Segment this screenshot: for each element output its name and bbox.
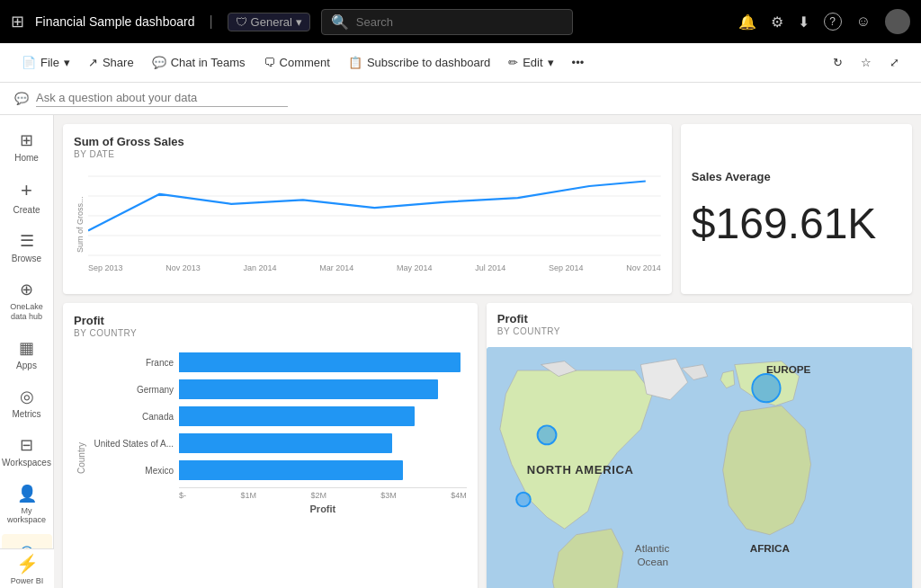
chevron-down-icon: ▾ [296, 15, 302, 29]
line-chart-svg [88, 166, 661, 265]
powerbi-branding: ⚡ Power BI [0, 548, 54, 588]
charts-row-1: Sum of Gross Sales BY DATE Sum of Gross.… [63, 124, 912, 294]
map-header: Profit BY COUNTRY [487, 303, 912, 347]
sidebar-item-label: Workspaces [2, 458, 51, 468]
subscribe-button[interactable]: 📋 Subscribe to dashboard [341, 52, 497, 73]
qa-input[interactable] [36, 91, 288, 104]
svg-text:NORTH AMERICA: NORTH AMERICA [527, 463, 634, 477]
help-icon[interactable]: ? [824, 13, 842, 31]
x-tick-2: $2M [310, 491, 326, 500]
bar-chart-area: Country France Germany [74, 345, 467, 543]
sidebar-item-label: My workspace [5, 506, 49, 526]
sales-avg-value: $169.61K [692, 199, 877, 248]
badge-label: General [251, 15, 292, 29]
bell-icon[interactable]: 🔔 [738, 13, 756, 31]
app-title: Financial Sample dashboard [35, 14, 194, 29]
share-button[interactable]: ↗ Share [81, 52, 141, 73]
x-tick-1: Nov 2013 [165, 263, 201, 272]
bar-row-canada: Canada [88, 406, 467, 426]
y-axis-label: Sum of Gross... [74, 166, 86, 283]
settings-icon[interactable]: ⚙ [771, 13, 783, 31]
bar-track-france [179, 352, 467, 372]
subscribe-icon: 📋 [348, 56, 362, 69]
sidebar-item-label: Browse [12, 254, 41, 263]
sidebar-item-apps[interactable]: ▦ Apps [2, 331, 52, 378]
person-icon: 👤 [17, 484, 37, 503]
bar-chart-card[interactable]: Profit BY COUNTRY Country France [63, 303, 478, 588]
map-container: NORTH AMERICA EUROPE Atlantic Ocean AFRI… [487, 347, 912, 588]
bar-row-france: France [88, 352, 467, 372]
x-tick-4: May 2014 [397, 263, 433, 272]
powerbi-icon: ⚡ [16, 553, 39, 575]
teams-icon: 💬 [152, 56, 166, 69]
line-chart-card[interactable]: Sum of Gross Sales BY DATE Sum of Gross.… [63, 124, 672, 294]
qa-input-area[interactable] [36, 91, 288, 107]
browse-icon: ☰ [20, 231, 34, 251]
search-icon: 🔍 [331, 13, 349, 31]
file-icon: 📄 [22, 56, 36, 69]
refresh-button[interactable]: ↻ [826, 52, 850, 73]
emoji-icon[interactable]: ☺ [856, 13, 871, 30]
download-icon[interactable]: ⬇ [798, 13, 809, 31]
fullscreen-icon: ⤢ [890, 56, 899, 69]
map-title: Profit [497, 312, 901, 325]
favorite-button[interactable]: ☆ [854, 52, 879, 73]
sidebar-item-label: Apps [16, 361, 37, 370]
content-area: Sum of Gross Sales BY DATE Sum of Gross.… [54, 115, 921, 588]
charts-row-2: Profit BY COUNTRY Country France [63, 303, 912, 588]
svg-point-7 [516, 493, 531, 507]
bar-track-germany [179, 379, 467, 399]
bar-row-mexico: Mexico [88, 460, 467, 480]
bar-fill-france [179, 352, 460, 372]
sales-avg-card[interactable]: Sales Average $169.61K [681, 124, 912, 294]
edit-button[interactable]: ✏ Edit ▾ [501, 52, 560, 73]
general-badge[interactable]: 🛡 General ▾ [228, 13, 310, 31]
x-tick-0: Sep 2013 [88, 263, 123, 272]
sidebar-item-metrics[interactable]: ◎ Metrics [2, 379, 52, 426]
qa-bar: 💬 [0, 83, 921, 115]
sidebar-item-label: Create [13, 205, 40, 215]
qa-icon: 💬 [14, 92, 29, 105]
bar-fill-mexico [179, 460, 403, 480]
avatar[interactable] [885, 9, 910, 34]
x-tick-3: $3M [380, 491, 397, 500]
fullscreen-button[interactable]: ⤢ [882, 52, 907, 73]
x-tick-1: $1M [240, 491, 256, 500]
map-card[interactable]: Profit BY COUNTRY [487, 303, 912, 588]
chat-teams-button[interactable]: 💬 Chat in Teams [145, 52, 253, 73]
home-icon: ⊞ [20, 130, 33, 150]
sidebar-item-workspaces[interactable]: ⊟ Workspaces [2, 428, 52, 475]
search-input[interactable] [356, 15, 563, 29]
map-svg: NORTH AMERICA EUROPE Atlantic Ocean AFRI… [487, 347, 912, 588]
sidebar-item-home[interactable]: ⊞ Home [2, 123, 52, 170]
toolbar: 📄 File ▾ ↗ Share 💬 Chat in Teams 🗨 Comme… [0, 43, 921, 83]
bar-label-france: France [88, 358, 174, 368]
svg-text:Atlantic: Atlantic [635, 542, 670, 554]
comment-button[interactable]: 🗨 Comment [256, 52, 337, 73]
bar-rows: France Germany [88, 345, 467, 487]
bar-track-mexico [179, 460, 467, 480]
sidebar: ⊞ Home + Create ☰ Browse ⊕ OneLake data … [0, 115, 54, 588]
bar-track-canada [179, 406, 467, 426]
apps-icon: ▦ [19, 338, 34, 358]
x-tick-7: Nov 2014 [626, 263, 661, 272]
x-axis-area: $- $1M $2M $3M $4M Profit [88, 487, 467, 514]
more-button[interactable]: ••• [565, 52, 592, 73]
sidebar-item-create[interactable]: + Create [2, 172, 52, 222]
sidebar-item-label: Metrics [12, 409, 40, 419]
topbar-icons: 🔔 ⚙ ⬇ ? ☺ [738, 9, 910, 34]
workspaces-icon: ⊟ [20, 435, 33, 455]
sidebar-item-onelake[interactable]: ⊕ OneLake data hub [2, 272, 52, 329]
sidebar-item-label: OneLake data hub [5, 302, 49, 322]
sidebar-item-label: Home [14, 153, 39, 163]
file-button[interactable]: 📄 File ▾ [14, 52, 77, 73]
grid-icon[interactable]: ⊞ [11, 12, 24, 31]
edit-icon: ✏ [508, 56, 518, 69]
x-axis-labels: $- $1M $2M $3M $4M [179, 487, 467, 500]
star-icon: ☆ [861, 56, 872, 69]
comment-icon: 🗨 [264, 56, 275, 69]
shield-icon: 🛡 [236, 15, 247, 29]
sidebar-item-my-workspace[interactable]: 👤 My workspace [2, 477, 52, 533]
x-tick-2: Jan 2014 [244, 263, 277, 272]
sidebar-item-browse[interactable]: ☰ Browse [2, 224, 52, 271]
